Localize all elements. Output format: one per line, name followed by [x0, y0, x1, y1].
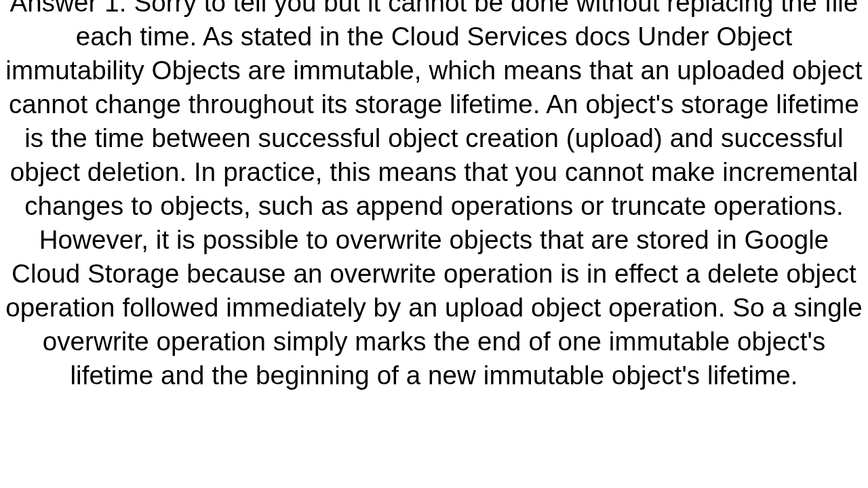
answer-paragraph: Answer 1: Sorry to tell you but it canno… [4, 0, 864, 392]
answer-label: Answer 1: [9, 0, 134, 17]
answer-body: Sorry to tell you but it cannot be done … [5, 0, 863, 390]
document-page: Answer 1: Sorry to tell you but it canno… [0, 0, 868, 488]
